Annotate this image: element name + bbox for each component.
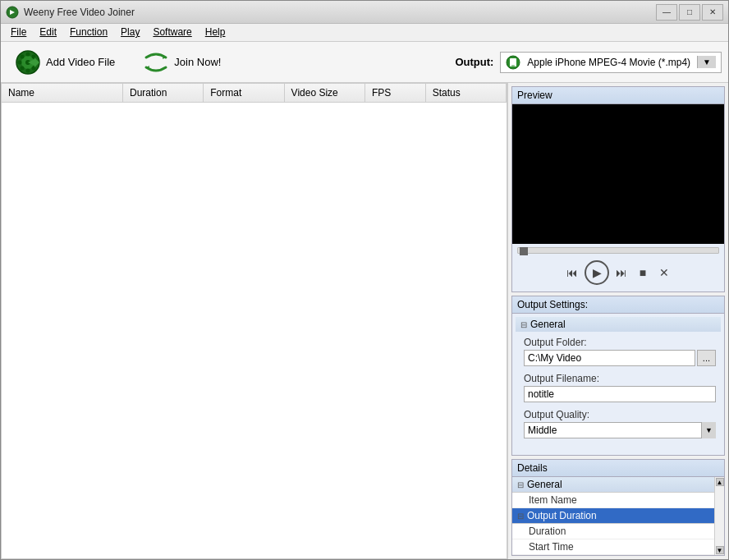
seekbar-track[interactable] [517,247,719,254]
menu-help[interactable]: Help [199,25,232,39]
browse-button[interactable]: ... [697,350,716,366]
folder-input[interactable] [524,350,695,366]
settings-body: ⊟ General Output Folder: ... Output File… [512,314,724,443]
quality-label: Output Quality: [524,409,716,420]
folder-input-row: ... [524,350,716,366]
filename-input[interactable] [524,386,716,402]
col-header-format: Format [204,84,284,103]
title-bar-left: Weeny Free Video Joiner [6,6,135,19]
app-icon [6,6,19,19]
main-content: Name Duration Format Video Size FPS Stat… [1,83,728,559]
title-bar: Weeny Free Video Joiner — □ ✕ [1,1,728,24]
svg-rect-14 [511,65,515,66]
details-general-header[interactable]: ⊟ General [512,477,714,493]
svg-point-4 [26,52,30,56]
mute-button[interactable]: ✕ [655,264,673,282]
output-dropdown-arrow: ▼ [697,56,716,68]
preview-section: Preview ⏮ ▶ ⏭ ■ ✕ [511,86,725,292]
col-header-videosize: Video Size [284,84,364,103]
quality-select-wrapper: Low Middle High ▼ [524,422,716,438]
skip-back-button[interactable]: ⏮ [563,264,581,282]
toolbar: Add Video File Join Now! Output: App [1,42,728,83]
preview-controls: ⏮ ▶ ⏭ ■ ✕ [512,257,724,291]
stop-button[interactable]: ■ [634,264,652,282]
output-duration-header[interactable]: ⊟ Output Duration [512,508,714,524]
menu-file[interactable]: File [4,25,33,39]
output-duration-label: Output Duration [527,510,597,521]
col-header-name: Name [2,84,122,103]
preview-title: Preview [512,87,724,104]
title-text: Weeny Free Video Joiner [24,7,135,18]
table-header-row: Name Duration Format Video Size FPS Stat… [2,84,507,103]
add-video-label: Add Video File [46,56,115,68]
start-time-label: Start Time [529,541,709,553]
menu-bar: File Edit Function Play Software Help [1,24,728,42]
col-header-status: Status [425,84,506,103]
output-section: Output: Apple iPhone MPEG-4 Movie (*.mp4… [455,52,722,73]
scroll-down-button[interactable]: ▼ [716,546,724,554]
folder-label: Output Folder: [524,337,716,348]
add-video-icon [15,49,41,76]
output-settings-section: Output Settings: ⊟ General Output Folder… [511,296,725,456]
details-general-collapse-icon: ⊟ [517,480,524,489]
maximize-button[interactable]: □ [679,4,700,21]
preview-seekbar[interactable] [512,244,724,257]
folder-row: Output Folder: ... [516,335,721,371]
output-format-text: Apple iPhone MPEG-4 Movie (*.mp4) [527,57,690,68]
menu-play[interactable]: Play [114,25,146,39]
scroll-up-button[interactable]: ▲ [716,478,724,486]
main-window: Weeny Free Video Joiner — □ ✕ File Edit … [0,0,729,560]
close-button[interactable]: ✕ [702,4,723,21]
general-group-label: General [530,319,566,330]
start-time-row: Start Time [512,539,714,555]
join-now-button[interactable]: Join Now! [135,45,228,80]
details-scrollbar[interactable]: ▲ ▼ [714,477,724,555]
file-panel: Name Duration Format Video Size FPS Stat… [1,83,508,559]
details-title: Details [512,460,724,477]
collapse-general-icon: ⊟ [520,320,527,329]
phone-icon [506,55,520,70]
seekbar-thumb[interactable] [520,247,528,255]
details-body: ⊟ General Item Name ⊟ Output Duration Du… [512,477,724,555]
quality-row: Output Quality: Low Middle High ▼ [516,407,721,440]
filename-row: Output Filename: [516,371,721,407]
details-content: ⊟ General Item Name ⊟ Output Duration Du… [512,477,714,555]
general-group-header[interactable]: ⊟ General [516,317,721,332]
filename-label: Output Filename: [524,373,716,384]
file-table: Name Duration Format Video Size FPS Stat… [2,84,507,103]
output-settings-title: Output Settings: [512,296,724,314]
title-bar-controls: — □ ✕ [656,4,723,21]
duration-label: Duration [529,526,709,537]
duration-row: Duration [512,524,714,539]
item-name-row: Item Name [512,493,714,508]
right-panel: Preview ⏮ ▶ ⏭ ■ ✕ Output Settings: [508,83,728,559]
svg-point-5 [26,68,30,72]
item-name-label: Item Name [529,494,709,506]
output-label: Output: [455,56,493,68]
join-now-label: Join Now! [174,56,221,68]
output-duration-collapse-icon: ⊟ [517,512,524,521]
file-list-area[interactable]: Name Duration Format Video Size FPS Stat… [1,83,507,559]
add-video-button[interactable]: Add Video File [7,45,122,80]
quality-select[interactable]: Low Middle High [524,422,716,438]
play-button[interactable]: ▶ [585,260,609,285]
details-section: Details ⊟ General Item Name ⊟ Output Dur… [511,459,725,556]
svg-point-11 [21,66,25,70]
menu-software[interactable]: Software [146,25,198,39]
details-general-label: General [527,479,562,490]
join-icon [143,49,169,76]
menu-function[interactable]: Function [63,25,114,39]
svg-point-8 [21,54,25,58]
svg-point-6 [18,60,22,64]
minimize-button[interactable]: — [656,4,677,21]
output-format-dropdown[interactable]: Apple iPhone MPEG-4 Movie (*.mp4) ▼ [500,52,722,73]
preview-video [512,104,724,244]
col-header-duration: Duration [122,84,203,103]
menu-edit[interactable]: Edit [33,25,63,39]
col-header-fps: FPS [364,84,425,103]
skip-forward-button[interactable]: ⏭ [612,264,630,282]
